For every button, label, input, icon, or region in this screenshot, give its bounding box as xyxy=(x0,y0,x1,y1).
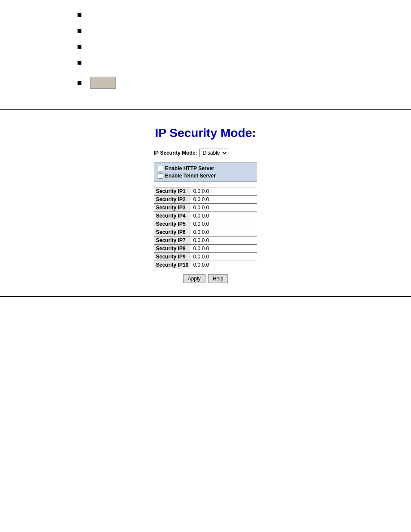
top-divider xyxy=(0,109,411,110)
ip-input-6[interactable] xyxy=(193,229,255,235)
table-row: Security IP2 xyxy=(154,196,257,204)
ip-value-cell xyxy=(191,204,257,212)
bullet-icon xyxy=(78,61,81,65)
list-item xyxy=(78,29,333,33)
mode-row: IP Security Mode: Disable Enable xyxy=(154,149,257,157)
bullet-icon xyxy=(78,81,81,85)
ip-label: Security IP4 xyxy=(154,212,191,220)
ip-input-1[interactable] xyxy=(193,188,255,194)
ip-input-4[interactable] xyxy=(193,213,255,219)
ip-value-cell xyxy=(191,212,257,220)
ip-input-10[interactable] xyxy=(193,262,255,268)
ip-label: Security IP9 xyxy=(154,253,191,261)
bullet-icon xyxy=(78,13,81,17)
table-row: Security IP3 xyxy=(154,204,257,212)
apply-button[interactable]: Apply xyxy=(183,274,206,283)
table-row: Security IP9 xyxy=(154,253,257,261)
ip-input-8[interactable] xyxy=(193,246,255,252)
ip-value-cell xyxy=(191,236,257,245)
ip-input-3[interactable] xyxy=(193,205,255,211)
ip-input-2[interactable] xyxy=(193,196,255,202)
ip-value-cell xyxy=(191,220,257,228)
help-button[interactable]: Help xyxy=(208,274,228,283)
top-divider-thin xyxy=(0,114,411,114)
bullet-text-with-box xyxy=(87,77,116,89)
table-row: Security IP7 xyxy=(154,236,257,245)
ip-label: Security IP6 xyxy=(154,228,191,236)
table-row: Security IP8 xyxy=(154,245,257,253)
checkbox-area: Enable HTTP Server Enable Telnet Server xyxy=(154,162,257,182)
ip-value-cell xyxy=(191,196,257,204)
list-item xyxy=(78,61,333,65)
ip-label: Security IP7 xyxy=(154,236,191,245)
table-row: Security IP5 xyxy=(154,220,257,228)
form-container: IP Security Mode: Disable Enable Enable … xyxy=(154,149,257,283)
ip-value-cell xyxy=(191,245,257,253)
table-row: Security IP10 xyxy=(154,261,257,269)
list-item xyxy=(78,77,333,89)
ip-label: Security IP8 xyxy=(154,245,191,253)
list-item xyxy=(78,13,333,17)
table-row: Security IP6 xyxy=(154,228,257,236)
list-item xyxy=(78,45,333,49)
ip-label: Security IP10 xyxy=(154,261,191,269)
ip-value-cell xyxy=(191,261,257,269)
top-section xyxy=(0,0,411,109)
checkbox-telnet-row: Enable Telnet Server xyxy=(158,173,253,179)
ip-value-cell xyxy=(191,187,257,196)
ip-value-cell xyxy=(191,253,257,261)
ip-security-mode-select[interactable]: Disable Enable xyxy=(199,149,228,157)
ip-label: Security IP5 xyxy=(154,220,191,228)
bullet-icon xyxy=(78,45,81,49)
mode-label: IP Security Mode: xyxy=(154,150,197,156)
ip-input-9[interactable] xyxy=(193,254,255,260)
gray-box xyxy=(90,77,116,89)
ip-label: Security IP1 xyxy=(154,187,191,196)
ip-table: Security IP1Security IP2Security IP3Secu… xyxy=(154,187,257,269)
ip-label: Security IP3 xyxy=(154,204,191,212)
ip-input-5[interactable] xyxy=(193,221,255,227)
table-row: Security IP1 xyxy=(154,187,257,196)
bottom-section xyxy=(0,297,411,310)
http-server-label: Enable HTTP Server xyxy=(165,165,215,171)
telnet-server-label: Enable Telnet Server xyxy=(165,173,216,179)
ip-input-7[interactable] xyxy=(193,237,255,243)
ip-label: Security IP2 xyxy=(154,196,191,204)
bullet-list xyxy=(78,13,333,89)
enable-telnet-server-checkbox[interactable] xyxy=(158,173,163,179)
page-wrapper: IP Security Mode: IP Security Mode: Disa… xyxy=(0,0,411,532)
table-row: Security IP4 xyxy=(154,212,257,220)
bullet-icon xyxy=(78,29,81,33)
buttons-row: Apply Help xyxy=(154,274,257,283)
checkbox-http-row: Enable HTTP Server xyxy=(158,165,253,171)
enable-http-server-checkbox[interactable] xyxy=(158,166,163,171)
page-title: IP Security Mode: xyxy=(155,126,256,140)
main-content: IP Security Mode: IP Security Mode: Disa… xyxy=(0,118,411,296)
ip-value-cell xyxy=(191,228,257,236)
